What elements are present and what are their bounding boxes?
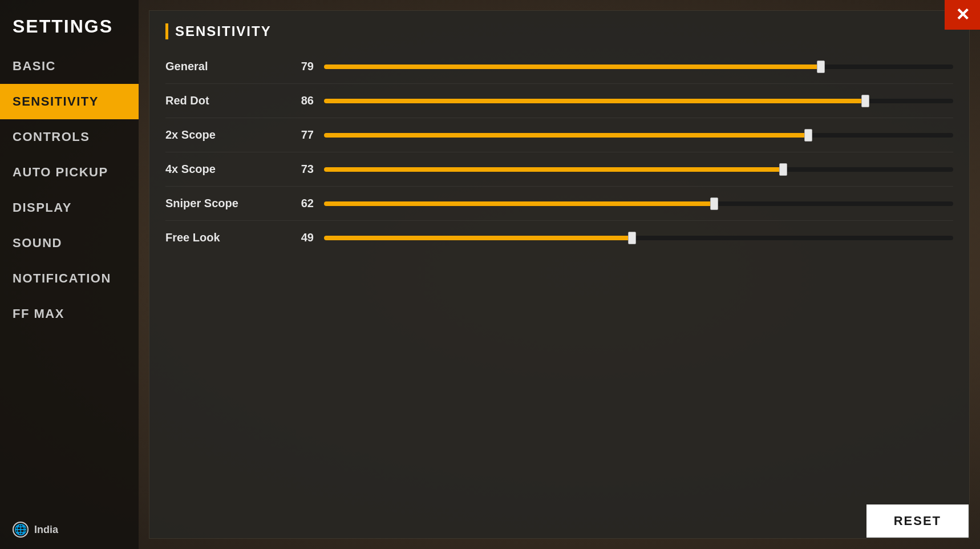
slider-thumb-4x-scope[interactable] xyxy=(779,163,787,176)
slider-row-free-look: Free Look49 xyxy=(165,221,953,255)
main-content: ✕ SENSITIVITY General79Red Dot862x Scope… xyxy=(139,0,980,549)
slider-value-red-dot: 86 xyxy=(280,94,314,107)
slider-value-2x-scope: 77 xyxy=(280,128,314,142)
sidebar-item-display[interactable]: DISPLAY xyxy=(0,190,139,225)
close-button[interactable]: ✕ xyxy=(945,0,980,30)
app-title: SETTINGS xyxy=(0,6,139,49)
slider-label-4x-scope: 4x Scope xyxy=(165,163,280,176)
slider-thumb-2x-scope[interactable] xyxy=(804,129,812,142)
reset-button[interactable]: RESET xyxy=(866,504,969,538)
slider-value-free-look: 49 xyxy=(280,231,314,244)
slider-track-free-look[interactable] xyxy=(324,236,953,240)
sidebar-footer: 🌐 India xyxy=(0,510,139,549)
slider-track-sniper-scope[interactable] xyxy=(324,201,953,206)
slider-track-fill-2x-scope xyxy=(324,133,808,138)
globe-icon: 🌐 xyxy=(13,522,29,538)
slider-track-general[interactable] xyxy=(324,64,953,69)
slider-track-fill-free-look xyxy=(324,236,632,240)
section-title: SENSITIVITY xyxy=(175,23,272,39)
sidebar-item-basic[interactable]: BASIC xyxy=(0,49,139,84)
slider-value-general: 79 xyxy=(280,60,314,73)
slider-label-2x-scope: 2x Scope xyxy=(165,128,280,142)
sidebar-nav: BASICSENSITIVITYCONTROLSAUTO PICKUPDISPL… xyxy=(0,49,139,332)
slider-track-fill-general xyxy=(324,64,821,69)
slider-label-free-look: Free Look xyxy=(165,231,280,244)
slider-row-red-dot: Red Dot86 xyxy=(165,84,953,118)
slider-thumb-free-look[interactable] xyxy=(628,232,636,244)
sidebar-item-sensitivity[interactable]: SENSITIVITY xyxy=(0,84,139,119)
slider-track-fill-red-dot xyxy=(324,99,865,103)
slider-row-4x-scope: 4x Scope73 xyxy=(165,152,953,187)
sidebar-item-sound[interactable]: SOUND xyxy=(0,225,139,261)
settings-panel: SENSITIVITY General79Red Dot862x Scope77… xyxy=(149,10,970,539)
slider-rows: General79Red Dot862x Scope774x Scope73Sn… xyxy=(149,50,969,255)
slider-track-fill-sniper-scope xyxy=(324,201,714,206)
slider-value-4x-scope: 73 xyxy=(280,163,314,176)
sidebar-item-auto-pickup[interactable]: AUTO PICKUP xyxy=(0,155,139,190)
slider-track-4x-scope[interactable] xyxy=(324,167,953,172)
slider-thumb-red-dot[interactable] xyxy=(861,95,869,107)
close-icon: ✕ xyxy=(955,6,970,23)
region-label: India xyxy=(34,524,58,536)
reset-button-container: RESET xyxy=(866,504,969,538)
slider-track-fill-4x-scope xyxy=(324,167,783,172)
sidebar: SETTINGS BASICSENSITIVITYCONTROLSAUTO PI… xyxy=(0,0,139,549)
slider-row-2x-scope: 2x Scope77 xyxy=(165,118,953,152)
app-container: SETTINGS BASICSENSITIVITYCONTROLSAUTO PI… xyxy=(0,0,980,549)
slider-value-sniper-scope: 62 xyxy=(280,197,314,210)
slider-row-general: General79 xyxy=(165,50,953,84)
slider-track-2x-scope[interactable] xyxy=(324,133,953,138)
slider-thumb-general[interactable] xyxy=(817,60,825,73)
sidebar-item-ff-max[interactable]: FF MAX xyxy=(0,296,139,332)
slider-label-red-dot: Red Dot xyxy=(165,94,280,107)
slider-label-general: General xyxy=(165,60,280,73)
slider-row-sniper-scope: Sniper Scope62 xyxy=(165,187,953,221)
section-header: SENSITIVITY xyxy=(149,11,969,50)
slider-track-red-dot[interactable] xyxy=(324,99,953,103)
sidebar-item-controls[interactable]: CONTROLS xyxy=(0,119,139,155)
slider-thumb-sniper-scope[interactable] xyxy=(710,197,718,210)
slider-label-sniper-scope: Sniper Scope xyxy=(165,197,280,210)
sidebar-item-notification[interactable]: NOTIFICATION xyxy=(0,261,139,296)
section-header-bar xyxy=(165,23,168,39)
